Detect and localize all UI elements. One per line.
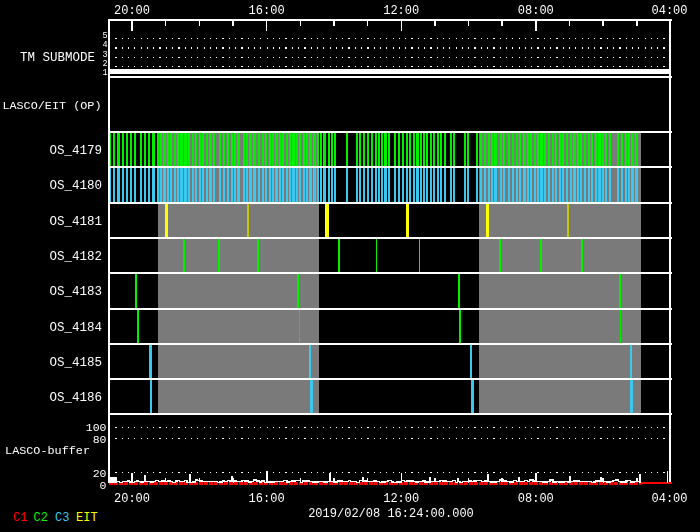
svg-text:2019/02/08 16:24:00.000: 2019/02/08 16:24:00.000 bbox=[308, 507, 474, 521]
svg-text:08:00: 08:00 bbox=[518, 4, 554, 18]
svg-text:80: 80 bbox=[93, 433, 107, 446]
svg-text:12:00: 12:00 bbox=[383, 4, 419, 18]
svg-text:0: 0 bbox=[100, 479, 107, 492]
svg-text:04:00: 04:00 bbox=[651, 4, 687, 18]
svg-text:04:00: 04:00 bbox=[651, 492, 687, 506]
svg-text:OS_4184: OS_4184 bbox=[49, 321, 102, 335]
svg-text:1: 1 bbox=[102, 68, 107, 78]
svg-text:C1: C1 bbox=[13, 511, 27, 525]
svg-text:08:00: 08:00 bbox=[518, 492, 554, 506]
svg-text:OS_4185: OS_4185 bbox=[49, 356, 102, 370]
svg-text:OS_4180: OS_4180 bbox=[49, 179, 102, 193]
svg-text:C3: C3 bbox=[55, 511, 69, 525]
svg-text:OS_4183: OS_4183 bbox=[49, 285, 102, 299]
svg-text:16:00: 16:00 bbox=[249, 492, 285, 506]
svg-text:OS_4179: OS_4179 bbox=[49, 144, 102, 158]
svg-text:20:00: 20:00 bbox=[114, 4, 150, 18]
svg-text:LASCO/EIT (OP): LASCO/EIT (OP) bbox=[2, 99, 101, 113]
svg-text:4: 4 bbox=[102, 40, 107, 50]
svg-text:12:00: 12:00 bbox=[383, 492, 419, 506]
svg-text:OS_4181: OS_4181 bbox=[49, 215, 102, 229]
svg-text:OS_4182: OS_4182 bbox=[49, 250, 102, 264]
svg-text:EIT: EIT bbox=[76, 511, 98, 525]
svg-text:TM SUBMODE: TM SUBMODE bbox=[20, 51, 95, 65]
svg-text:C2: C2 bbox=[34, 511, 48, 525]
svg-text:LASCO-buffer: LASCO-buffer bbox=[5, 444, 90, 458]
svg-text:OS_4186: OS_4186 bbox=[49, 391, 102, 405]
svg-text:5: 5 bbox=[102, 31, 107, 41]
svg-text:16:00: 16:00 bbox=[249, 4, 285, 18]
svg-text:20:00: 20:00 bbox=[114, 492, 150, 506]
